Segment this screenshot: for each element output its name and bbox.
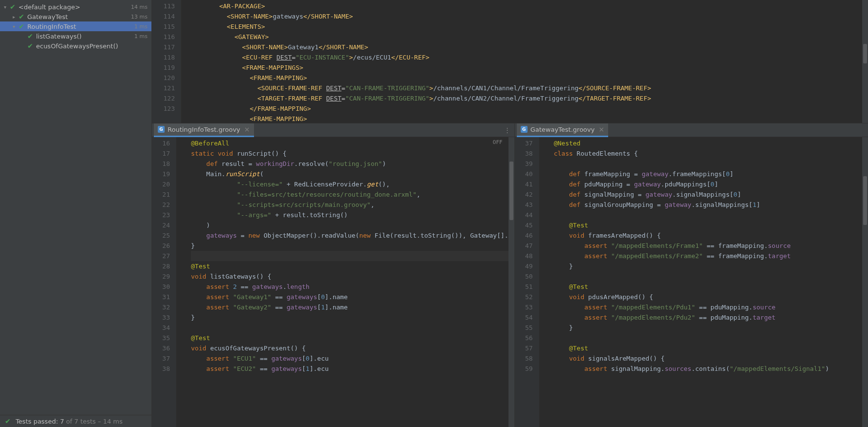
code-line: gateways = new ObjectMapper().readValue(… — [191, 230, 508, 241]
code-line: <FRAME-MAPPING> — [189, 114, 862, 123]
top-editor[interactable]: 113114115116117118119120121122123 <AR-PA… — [152, 0, 868, 123]
code-line: assert "Gateway2" == gateways[1].name — [191, 302, 508, 312]
code-line: } — [191, 241, 508, 251]
code-line: } — [191, 312, 508, 323]
code-area[interactable]: <AR-PACKAGE> <SHORT-NAME>gateways</SHORT… — [181, 0, 862, 123]
passed-count: 7 — [60, 418, 64, 425]
code-line: assert "Gateway1" == gateways[0].name — [191, 292, 508, 302]
scrollbar[interactable] — [508, 137, 514, 427]
code-line: <SOURCE-FRAME-REF DEST="CAN-FRAME-TRIGGE… — [189, 83, 862, 93]
code-line: assert "/mappedElements/Pdu1" == pduMapp… — [554, 302, 862, 312]
test-label: listGateways() — [36, 33, 130, 40]
test-tree[interactable]: ▾ ✔ <default package> 14 ms ▸✔GatewayTes… — [0, 0, 151, 415]
code-line — [191, 251, 508, 261]
tests-status-bar: ✔ Tests passed: 7 of 7 tests – 14 ms — [0, 415, 151, 427]
code-editor[interactable]: 3738394041424344454647484950515253545556… — [515, 137, 868, 427]
gutter: 113114115116117118119120121122123 — [152, 0, 181, 123]
code-line: <ECU-REF DEST="ECU-INSTANCE">/ecus/ECU1<… — [189, 52, 862, 62]
close-icon[interactable]: × — [244, 125, 250, 133]
code-line: "--scripts=src/scripts/main.groovy", — [191, 200, 508, 210]
code-line — [554, 210, 862, 220]
test-node[interactable]: ▸✔GatewayTest13 ms — [0, 12, 151, 21]
code-line: </FRAME-MAPPING> — [189, 103, 862, 114]
code-line: <SHORT-NAME>gateways</SHORT-NAME> — [189, 11, 862, 21]
chevron-icon: ▸ — [13, 14, 19, 20]
code-line: class RoutedElements { — [554, 148, 862, 159]
code-line: @Nested — [554, 138, 862, 148]
code-line: <ELEMENTS> — [189, 21, 862, 32]
code-line: def signalGroupMapping = gateway.signalM… — [554, 200, 862, 210]
tab-label: RoutingInfoTest.groovy — [168, 126, 240, 133]
code-line — [554, 159, 862, 169]
test-node[interactable]: ✔ecusOfGatewaysPresent() — [0, 41, 151, 51]
code-line: "--args=" + result.toString() — [191, 210, 508, 220]
code-line: static void runScript() { — [191, 148, 508, 159]
code-line: def result = workingDir.resolve("routing… — [191, 159, 508, 169]
test-node-root[interactable]: ▾ ✔ <default package> 14 ms — [0, 2, 151, 12]
code-line — [554, 271, 862, 282]
test-node[interactable]: ▾✔RoutingInfoTest1 ms — [0, 21, 151, 31]
code-line: } — [554, 323, 862, 333]
code-line: "--license=" + RedLicenseProvider.get(), — [191, 179, 508, 189]
code-line: @Test — [191, 261, 508, 271]
code-line: } — [554, 261, 862, 271]
close-icon[interactable]: × — [598, 125, 604, 133]
test-label: RoutingInfoTest — [27, 23, 130, 30]
chevron-down-icon: ▾ — [4, 4, 10, 10]
code-area[interactable]: OFF @BeforeAllstatic void runScript() { … — [176, 137, 508, 427]
right-editor-pane: G GatewayTest.groovy × 37383940414243444… — [515, 123, 868, 427]
check-icon: ✔ — [19, 22, 24, 30]
code-line: @Test — [554, 220, 862, 230]
test-label: ecusOfGatewaysPresent() — [36, 42, 144, 50]
code-line: <GATEWAY> — [189, 32, 862, 42]
code-line: assert "ECU1" == gateways[0].ecu — [191, 353, 508, 364]
code-editor[interactable]: 1617181920212223242526272829303132333435… — [152, 137, 514, 427]
test-time: 13 ms — [131, 14, 148, 20]
code-line: Main.runScript( — [191, 169, 508, 179]
code-line: assert "/mappedElements/Pdu2" == pduMapp… — [554, 312, 862, 323]
code-line: void ecusOfGatewaysPresent() { — [191, 343, 508, 353]
code-line: void listGateways() { — [191, 271, 508, 282]
tabs-right: G GatewayTest.groovy × — [515, 123, 868, 137]
code-line: assert "/mappedElements/Frame1" == frame… — [554, 241, 862, 251]
scrollbar[interactable] — [862, 0, 868, 123]
left-editor-pane: G RoutingInfoTest.groovy × ⋮ 16171819202… — [152, 123, 515, 427]
code-line: assert 2 == gateways.length — [191, 282, 508, 292]
code-line: @Test — [554, 282, 862, 292]
code-line: void framesAreMapped() { — [554, 230, 862, 241]
test-label: GatewayTest — [27, 13, 127, 20]
code-line: assert "ECU2" == gateways[1].ecu — [191, 364, 508, 374]
check-icon: ✔ — [5, 417, 11, 425]
tab-gateway-test[interactable]: G GatewayTest.groovy × — [517, 123, 609, 137]
tabs-left: G RoutingInfoTest.groovy × ⋮ — [152, 123, 514, 137]
code-line: <SHORT-NAME>Gateway1</SHORT-NAME> — [189, 42, 862, 52]
test-time: 1 ms — [134, 23, 148, 30]
check-icon: ✔ — [19, 13, 24, 20]
code-line — [554, 333, 862, 343]
gutter: 3738394041424344454647484950515253545556… — [515, 137, 539, 427]
scrollbar[interactable] — [862, 137, 868, 427]
code-line — [191, 323, 508, 333]
check-icon: ✔ — [10, 3, 16, 11]
code-line: @Test — [191, 333, 508, 343]
tab-label: GatewayTest.groovy — [530, 126, 595, 133]
code-line: def pduMapping = gateway.pduMappings[0] — [554, 179, 862, 189]
test-node[interactable]: ✔listGateways()1 ms — [0, 31, 151, 41]
chevron-icon: ▾ — [13, 24, 19, 29]
code-line: ) — [191, 220, 508, 230]
gutter: 1617181920212223242526272829303132333435… — [152, 137, 176, 427]
code-line: @Test — [554, 343, 862, 353]
inspection-off-badge[interactable]: OFF — [493, 139, 503, 145]
tab-routing-info-test[interactable]: G RoutingInfoTest.groovy × — [154, 123, 254, 137]
code-line: def signalMapping = gateway.signalMappin… — [554, 189, 862, 200]
code-line: <FRAME-MAPPING> — [189, 73, 862, 83]
groovy-file-icon: G — [521, 126, 528, 133]
code-line: assert signalMapping.sources.contains("/… — [554, 364, 862, 374]
code-area[interactable]: @Nestedclass RoutedElements { def frameM… — [539, 137, 862, 427]
code-line: void signalsAreMapped() { — [554, 353, 862, 364]
check-icon: ✔ — [27, 42, 33, 50]
groovy-file-icon: G — [158, 126, 165, 133]
tab-more-icon[interactable]: ⋮ — [500, 126, 514, 134]
test-time: 14 ms — [131, 4, 148, 10]
code-line: "--files=src/test/resources/routing_done… — [191, 189, 508, 200]
